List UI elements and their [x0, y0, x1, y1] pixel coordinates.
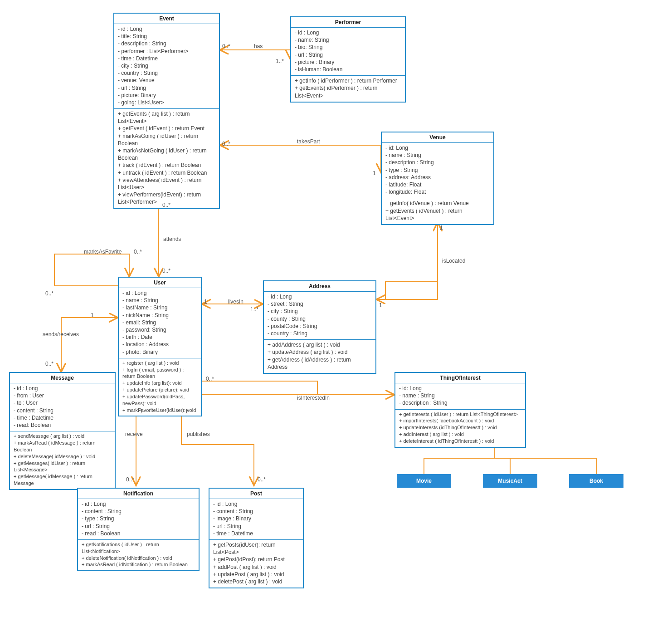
mult: 1: [440, 225, 443, 231]
label-takespart: takesPart: [297, 138, 320, 145]
mult: 0..*: [45, 290, 54, 297]
class-message: Message - id : Long - from : User - to :…: [9, 372, 116, 490]
class-title: Address: [264, 281, 375, 292]
attributes: - id : Long - content : String - image :…: [209, 499, 303, 540]
class-title: Post: [209, 489, 303, 499]
mult: 0..*: [258, 476, 266, 483]
label-interested: isInterestedIn: [297, 395, 330, 401]
class-post: Post - id : Long - content : String - im…: [209, 488, 304, 588]
class-title: Performer: [291, 17, 405, 28]
mult: 1: [204, 299, 207, 305]
class-venue: Venue - id: Long - name : String - descr…: [381, 132, 494, 225]
attributes: - id : Long - title: String - descriptio…: [114, 24, 219, 109]
class-title: Event: [114, 14, 219, 24]
mult: 0..*: [134, 249, 142, 255]
mult: 0..*: [162, 202, 170, 208]
methods: + addAddress ( arg list ) : void + updat…: [264, 340, 375, 373]
label-attends: attends: [163, 236, 181, 242]
label-publishes: publishes: [187, 431, 210, 437]
class-event: Event - id : Long - title: String - desc…: [113, 13, 220, 209]
mult: 1: [373, 170, 376, 176]
mult: 0..*: [45, 361, 54, 367]
label-sends: sends/receives: [43, 331, 79, 338]
mult: 1: [140, 408, 143, 415]
class-user: User - id : Long - name : String - lastN…: [118, 277, 202, 416]
class-movie: Movie: [397, 474, 451, 488]
label-livesin: livesIn: [228, 299, 243, 305]
label-favorite: marksAsFavrite: [84, 249, 122, 255]
class-title: Notification: [78, 489, 199, 499]
methods: + sendMessage ( arg list ) : void + mark…: [10, 431, 115, 489]
methods: + getInfo ( idPerformer ) : return Perfo…: [291, 76, 405, 102]
class-thingofinterest: ThingOfInterest - id: Long - name : Stri…: [394, 372, 526, 448]
mult: 1: [379, 302, 382, 308]
class-title: ThingOfInterest: [395, 373, 525, 383]
attributes: - id: Long - name : String - description…: [382, 143, 493, 198]
mult: 1..*: [276, 58, 284, 64]
class-title: User: [119, 278, 201, 288]
attributes: - id: Long - name : String - description…: [395, 383, 525, 410]
attributes: - id : Long - street : String - city : S…: [264, 292, 375, 340]
class-title: Venue: [382, 132, 493, 143]
class-notification: Notification - id : Long - content : Str…: [77, 488, 200, 571]
methods: + getNotifications ( idUser ) : return L…: [78, 540, 199, 570]
methods: + register ( arg list ) : void + logIn (…: [119, 358, 201, 416]
label-has: has: [254, 43, 263, 49]
mult: 1..*: [250, 306, 258, 313]
attributes: - id : Long - name: String - bio: String…: [291, 28, 405, 76]
class-performer: Performer - id : Long - name: String - b…: [290, 16, 406, 103]
attributes: - id : Long - from : User - to : User - …: [10, 383, 115, 431]
methods: + getInfo( idVenue ) : return Venue + ge…: [382, 198, 493, 224]
mult: 0..*: [126, 476, 134, 483]
label-receive: receive: [125, 431, 143, 437]
mult: 0..*: [162, 268, 170, 274]
class-title: Message: [10, 373, 115, 383]
methods: + getInterests ( idUser ) : return List<…: [395, 410, 525, 447]
label-islocated: isLocated: [442, 258, 465, 264]
mult: 0..*: [206, 376, 214, 382]
class-musicact: MusicAct: [483, 474, 537, 488]
methods: + getPosts(idUser): return List<Post> + …: [209, 540, 303, 588]
uml-canvas: Event - id : Long - title: String - desc…: [0, 0, 672, 617]
attributes: - id : Long - content : String - type : …: [78, 499, 199, 540]
mult: 1: [91, 312, 94, 318]
mult: 0..*: [222, 141, 230, 147]
mult: 0..*: [222, 43, 230, 49]
class-book: Book: [569, 474, 623, 488]
attributes: - id : Long - name : String - lastName :…: [119, 288, 201, 358]
mult: 1: [185, 408, 188, 415]
methods: + getEvents ( arg list ) : return List<E…: [114, 109, 219, 208]
class-address: Address - id : Long - street : String - …: [263, 280, 376, 374]
